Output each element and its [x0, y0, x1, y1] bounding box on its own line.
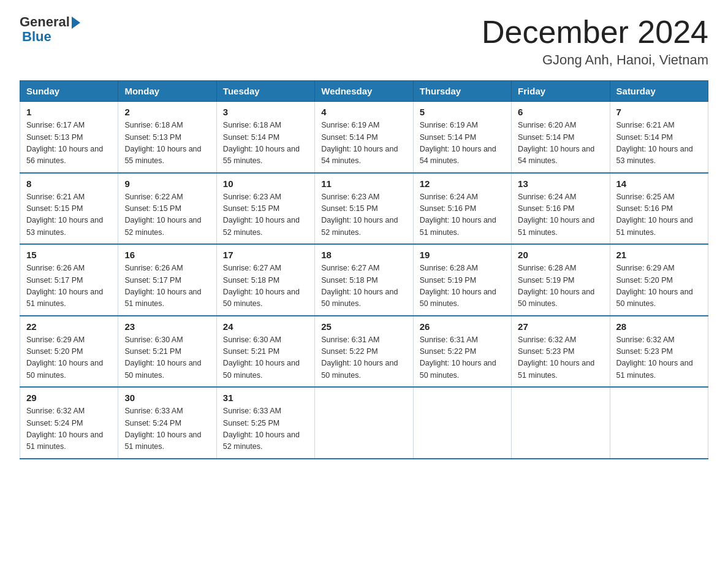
- table-row: 13 Sunrise: 6:24 AMSunset: 5:16 PMDaylig…: [512, 173, 610, 245]
- day-info: Sunrise: 6:33 AMSunset: 5:24 PMDaylight:…: [124, 407, 201, 451]
- day-info: Sunrise: 6:29 AMSunset: 5:20 PMDaylight:…: [616, 264, 693, 308]
- col-monday: Monday: [118, 81, 216, 102]
- day-number: 3: [223, 107, 308, 117]
- day-info: Sunrise: 6:21 AMSunset: 5:14 PMDaylight:…: [616, 121, 693, 165]
- day-info: Sunrise: 6:26 AMSunset: 5:17 PMDaylight:…: [124, 264, 201, 308]
- table-row: 4 Sunrise: 6:19 AMSunset: 5:14 PMDayligh…: [315, 102, 413, 173]
- day-number: 19: [420, 250, 505, 260]
- day-number: 26: [420, 321, 505, 332]
- day-number: 7: [616, 107, 702, 117]
- day-number: 30: [124, 393, 210, 403]
- table-row: 26 Sunrise: 6:31 AMSunset: 5:22 PMDaylig…: [413, 316, 511, 388]
- calendar-week-row: 1 Sunrise: 6:17 AMSunset: 5:13 PMDayligh…: [20, 102, 708, 173]
- calendar-week-row: 8 Sunrise: 6:21 AMSunset: 5:15 PMDayligh…: [20, 173, 708, 245]
- day-info: Sunrise: 6:28 AMSunset: 5:19 PMDaylight:…: [420, 264, 496, 308]
- day-number: 14: [616, 178, 702, 189]
- calendar-subtitle: GJong Anh, Hanoi, Vietnam: [482, 52, 708, 68]
- day-info: Sunrise: 6:26 AMSunset: 5:17 PMDaylight:…: [26, 264, 103, 308]
- table-row: 7 Sunrise: 6:21 AMSunset: 5:14 PMDayligh…: [610, 102, 708, 173]
- table-row: 5 Sunrise: 6:19 AMSunset: 5:14 PMDayligh…: [413, 102, 511, 173]
- day-info: Sunrise: 6:22 AMSunset: 5:15 PMDaylight:…: [124, 193, 201, 237]
- day-number: 27: [518, 321, 603, 332]
- day-number: 28: [616, 321, 702, 332]
- day-info: Sunrise: 6:23 AMSunset: 5:15 PMDaylight:…: [223, 193, 300, 237]
- day-info: Sunrise: 6:32 AMSunset: 5:23 PMDaylight:…: [518, 335, 594, 380]
- calendar-week-row: 29 Sunrise: 6:32 AMSunset: 5:24 PMDaylig…: [20, 387, 708, 459]
- day-number: 24: [223, 321, 308, 332]
- day-info: Sunrise: 6:17 AMSunset: 5:13 PMDaylight:…: [26, 121, 103, 165]
- table-row: 1 Sunrise: 6:17 AMSunset: 5:13 PMDayligh…: [20, 102, 118, 173]
- day-info: Sunrise: 6:25 AMSunset: 5:16 PMDaylight:…: [616, 193, 693, 237]
- table-row: 23 Sunrise: 6:30 AMSunset: 5:21 PMDaylig…: [118, 316, 216, 388]
- day-number: 15: [26, 250, 112, 260]
- day-info: Sunrise: 6:19 AMSunset: 5:14 PMDaylight:…: [321, 121, 398, 165]
- title-block: December 2024 GJong Anh, Hanoi, Vietnam: [482, 15, 708, 68]
- day-number: 29: [26, 393, 112, 403]
- logo-text-blue: Blue: [22, 29, 80, 44]
- col-wednesday: Wednesday: [315, 81, 413, 102]
- table-row: 17 Sunrise: 6:27 AMSunset: 5:18 PMDaylig…: [216, 244, 314, 316]
- table-row: 6 Sunrise: 6:20 AMSunset: 5:14 PMDayligh…: [512, 102, 610, 173]
- table-row: 14 Sunrise: 6:25 AMSunset: 5:16 PMDaylig…: [610, 173, 708, 245]
- day-number: 17: [223, 250, 308, 260]
- day-info: Sunrise: 6:21 AMSunset: 5:15 PMDaylight:…: [26, 193, 103, 237]
- table-row: 9 Sunrise: 6:22 AMSunset: 5:15 PMDayligh…: [118, 173, 216, 245]
- calendar-week-row: 15 Sunrise: 6:26 AMSunset: 5:17 PMDaylig…: [20, 244, 708, 316]
- table-row: [610, 387, 708, 459]
- calendar-table: Sunday Monday Tuesday Wednesday Thursday…: [20, 80, 708, 459]
- day-number: 6: [518, 107, 603, 117]
- col-thursday: Thursday: [413, 81, 511, 102]
- day-number: 9: [124, 178, 210, 189]
- day-info: Sunrise: 6:33 AMSunset: 5:25 PMDaylight:…: [223, 407, 300, 451]
- day-number: 8: [26, 178, 112, 189]
- page-header: General Blue December 2024 GJong Anh, Ha…: [20, 15, 708, 68]
- table-row: 10 Sunrise: 6:23 AMSunset: 5:15 PMDaylig…: [216, 173, 314, 245]
- table-row: 27 Sunrise: 6:32 AMSunset: 5:23 PMDaylig…: [512, 316, 610, 388]
- day-number: 18: [321, 250, 406, 260]
- table-row: 18 Sunrise: 6:27 AMSunset: 5:18 PMDaylig…: [315, 244, 413, 316]
- day-info: Sunrise: 6:18 AMSunset: 5:14 PMDaylight:…: [223, 121, 300, 165]
- day-info: Sunrise: 6:30 AMSunset: 5:21 PMDaylight:…: [223, 335, 300, 380]
- col-saturday: Saturday: [610, 81, 708, 102]
- day-number: 22: [26, 321, 112, 332]
- calendar-week-row: 22 Sunrise: 6:29 AMSunset: 5:20 PMDaylig…: [20, 316, 708, 388]
- day-number: 11: [321, 178, 406, 189]
- day-info: Sunrise: 6:20 AMSunset: 5:14 PMDaylight:…: [518, 121, 594, 165]
- day-number: 23: [124, 321, 210, 332]
- table-row: 31 Sunrise: 6:33 AMSunset: 5:25 PMDaylig…: [216, 387, 314, 459]
- logo-arrow-icon: [72, 17, 80, 29]
- day-info: Sunrise: 6:18 AMSunset: 5:13 PMDaylight:…: [124, 121, 201, 165]
- day-info: Sunrise: 6:28 AMSunset: 5:19 PMDaylight:…: [518, 264, 594, 308]
- table-row: [413, 387, 511, 459]
- table-row: 12 Sunrise: 6:24 AMSunset: 5:16 PMDaylig…: [413, 173, 511, 245]
- day-info: Sunrise: 6:32 AMSunset: 5:23 PMDaylight:…: [616, 335, 693, 380]
- table-row: 16 Sunrise: 6:26 AMSunset: 5:17 PMDaylig…: [118, 244, 216, 316]
- day-number: 10: [223, 178, 308, 189]
- table-row: 2 Sunrise: 6:18 AMSunset: 5:13 PMDayligh…: [118, 102, 216, 173]
- day-number: 13: [518, 178, 603, 189]
- day-number: 16: [124, 250, 210, 260]
- day-info: Sunrise: 6:31 AMSunset: 5:22 PMDaylight:…: [420, 335, 496, 380]
- calendar-header-row: Sunday Monday Tuesday Wednesday Thursday…: [20, 81, 708, 102]
- table-row: 11 Sunrise: 6:23 AMSunset: 5:15 PMDaylig…: [315, 173, 413, 245]
- day-info: Sunrise: 6:19 AMSunset: 5:14 PMDaylight:…: [420, 121, 496, 165]
- day-number: 1: [26, 107, 112, 117]
- day-info: Sunrise: 6:23 AMSunset: 5:15 PMDaylight:…: [321, 193, 398, 237]
- table-row: 3 Sunrise: 6:18 AMSunset: 5:14 PMDayligh…: [216, 102, 314, 173]
- table-row: 22 Sunrise: 6:29 AMSunset: 5:20 PMDaylig…: [20, 316, 118, 388]
- table-row: 24 Sunrise: 6:30 AMSunset: 5:21 PMDaylig…: [216, 316, 314, 388]
- table-row: 20 Sunrise: 6:28 AMSunset: 5:19 PMDaylig…: [512, 244, 610, 316]
- day-number: 20: [518, 250, 603, 260]
- table-row: 25 Sunrise: 6:31 AMSunset: 5:22 PMDaylig…: [315, 316, 413, 388]
- table-row: 30 Sunrise: 6:33 AMSunset: 5:24 PMDaylig…: [118, 387, 216, 459]
- calendar-title: December 2024: [482, 15, 708, 50]
- table-row: 15 Sunrise: 6:26 AMSunset: 5:17 PMDaylig…: [20, 244, 118, 316]
- table-row: 8 Sunrise: 6:21 AMSunset: 5:15 PMDayligh…: [20, 173, 118, 245]
- day-info: Sunrise: 6:30 AMSunset: 5:21 PMDaylight:…: [124, 335, 201, 380]
- col-tuesday: Tuesday: [216, 81, 314, 102]
- table-row: [315, 387, 413, 459]
- day-number: 2: [124, 107, 210, 117]
- day-info: Sunrise: 6:32 AMSunset: 5:24 PMDaylight:…: [26, 407, 103, 451]
- table-row: 29 Sunrise: 6:32 AMSunset: 5:24 PMDaylig…: [20, 387, 118, 459]
- day-info: Sunrise: 6:24 AMSunset: 5:16 PMDaylight:…: [518, 193, 594, 237]
